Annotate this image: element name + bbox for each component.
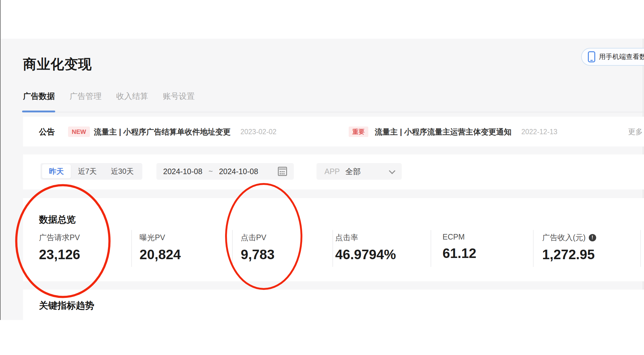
chip-last-30-days[interactable]: 近30天 xyxy=(104,164,141,178)
tab-ad-management[interactable]: 广告管理 xyxy=(70,91,102,102)
announcement-more-link[interactable]: 更多 xyxy=(628,127,643,137)
date-range-start: 2024-10-08 xyxy=(163,167,202,176)
metric-exposure-pv: 曝光PV 20,824 xyxy=(140,232,181,262)
metric-label: 点击PV xyxy=(241,232,274,243)
metric-divider xyxy=(332,230,333,267)
announcement-heading: 公告 xyxy=(39,126,55,137)
date-range-segmented-control: 昨天 近7天 近30天 xyxy=(40,163,142,180)
metric-divider xyxy=(533,230,534,267)
metric-value: 61.12 xyxy=(443,246,476,261)
metric-label: 广告请求PV xyxy=(39,232,80,243)
metric-value: 9,783 xyxy=(241,247,274,262)
announcement-link-1[interactable]: 流量主 | 小程序广告结算单收件地址变更 xyxy=(94,127,231,137)
date-range-end: 2024-10-08 xyxy=(219,167,258,176)
page-title: 商业化变现 xyxy=(23,55,92,73)
tab-income-settlement[interactable]: 收入结算 xyxy=(116,91,148,102)
chip-yesterday[interactable]: 昨天 xyxy=(42,164,71,178)
info-icon[interactable]: ! xyxy=(589,234,596,241)
metric-divider xyxy=(232,230,233,267)
chevron-down-icon xyxy=(389,167,395,174)
badge-important: 重要 xyxy=(349,127,368,137)
app-filter-value: 全部 xyxy=(345,166,361,177)
window-left-edge xyxy=(0,0,1,320)
tabs-divider xyxy=(22,112,644,112)
metric-label: 曝光PV xyxy=(140,232,181,243)
key-metric-trends-heading: 关键指标趋势 xyxy=(39,299,94,312)
key-metric-trends-card: 关键指标趋势 xyxy=(23,290,644,320)
calendar-icon xyxy=(278,167,287,176)
app-filter-label: APP xyxy=(324,167,340,176)
date-range-separator: ~ xyxy=(209,167,213,176)
metric-click-rate: 点击率 46.9794% xyxy=(335,232,396,262)
phone-icon xyxy=(588,51,595,62)
metric-label-text: 广告收入(元) xyxy=(542,232,586,243)
metric-divider xyxy=(131,230,132,267)
tab-ad-data[interactable]: 广告数据 xyxy=(23,91,55,102)
metric-value: 46.9794% xyxy=(335,247,396,262)
metric-divider xyxy=(640,230,641,267)
view-on-mobile-button[interactable]: 用手机端查看数据 xyxy=(581,48,644,66)
metric-value: 1,272.95 xyxy=(542,247,596,262)
announcement-card: 公告 NEW 流量主 | 小程序广告结算单收件地址变更 2023-02-02 重… xyxy=(23,117,644,146)
metric-label: 广告收入(元) ! xyxy=(542,232,596,243)
chip-last-7-days[interactable]: 近7天 xyxy=(71,164,104,178)
monetization-dashboard: 商业化变现 用手机端查看数据 广告数据 广告管理 收入结算 账号设置 公告 NE… xyxy=(0,0,644,355)
metric-ad-request-pv: 广告请求PV 23,126 xyxy=(39,232,80,262)
announcement-date-1: 2023-02-02 xyxy=(240,127,277,136)
metric-click-pv: 点击PV 9,783 xyxy=(241,232,274,262)
badge-new: NEW xyxy=(68,127,90,137)
date-range-picker[interactable]: 2024-10-08 ~ 2024-10-08 xyxy=(156,163,294,180)
metric-label: ECPM xyxy=(443,232,476,241)
app-filter-select[interactable]: APP 全部 xyxy=(316,163,402,180)
metric-label: 点击率 xyxy=(335,232,396,243)
metric-ecpm: ECPM 61.12 xyxy=(443,232,476,261)
metric-divider xyxy=(431,230,431,267)
tab-bar: 广告数据 广告管理 收入结算 账号设置 xyxy=(23,91,195,102)
metric-value: 23,126 xyxy=(39,247,80,262)
metric-value: 20,824 xyxy=(140,247,181,262)
view-on-mobile-label: 用手机端查看数据 xyxy=(599,52,644,61)
data-overview-heading: 数据总览 xyxy=(39,213,76,226)
data-overview-card: 数据总览 广告请求PV 23,126 曝光PV 20,824 点击PV 9,78… xyxy=(23,198,644,281)
announcement-link-2[interactable]: 流量主 | 小程序流量主运营主体变更通知 xyxy=(375,127,512,137)
active-tab-underline xyxy=(22,111,55,112)
metric-ad-revenue: 广告收入(元) ! 1,272.95 xyxy=(542,232,596,262)
announcement-date-2: 2022-12-13 xyxy=(521,127,558,136)
tab-account-settings[interactable]: 账号设置 xyxy=(163,91,195,102)
filter-card: 昨天 近7天 近30天 2024-10-08 ~ 2024-10-08 APP … xyxy=(23,154,644,189)
